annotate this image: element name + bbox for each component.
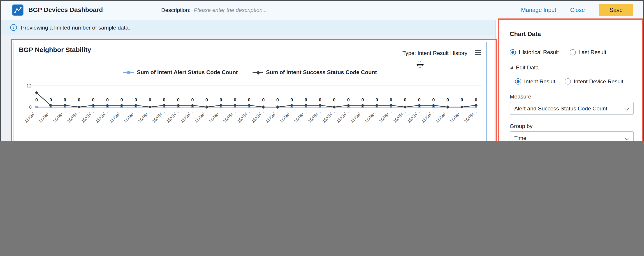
app-logo-icon xyxy=(12,4,24,15)
edit-data-label: Edit Data xyxy=(516,64,538,70)
svg-text:15/09/...: 15/09/... xyxy=(236,109,251,124)
svg-text:0: 0 xyxy=(205,97,208,102)
legend-diamond-marker-icon xyxy=(252,70,263,74)
svg-text:0: 0 xyxy=(234,97,236,102)
svg-text:0: 0 xyxy=(376,97,378,102)
svg-text:15/09/...: 15/09/... xyxy=(94,109,109,124)
chart-settings-panel: Chart Data Historical Result Last Result… xyxy=(495,19,644,141)
svg-text:15/09/...: 15/09/... xyxy=(378,109,392,124)
group-by-select[interactable]: Time xyxy=(510,131,634,141)
svg-text:0: 0 xyxy=(92,97,94,102)
svg-text:15/09/...: 15/09/... xyxy=(52,109,66,124)
svg-text:15/09/...: 15/09/... xyxy=(307,109,322,124)
svg-text:15/09/...: 15/09/... xyxy=(364,109,378,124)
svg-text:15/09/...: 15/09/... xyxy=(38,109,52,124)
svg-text:15/09/...: 15/09/... xyxy=(208,109,222,124)
description-input[interactable]: Please enter the description... xyxy=(194,7,267,13)
page-title: BGP Devices Dashboard xyxy=(28,6,103,13)
svg-text:0: 0 xyxy=(149,97,151,102)
svg-text:15/09/...: 15/09/... xyxy=(406,109,421,124)
manage-input-link[interactable]: Manage Input xyxy=(521,6,556,13)
svg-text:15/09/...: 15/09/... xyxy=(151,109,166,124)
edit-data-toggle[interactable]: Edit Data xyxy=(510,64,538,70)
svg-text:0: 0 xyxy=(432,97,435,102)
result-radio-group: Historical Result Last Result xyxy=(510,49,606,55)
svg-text:15/09/...: 15/09/... xyxy=(123,109,138,124)
legend-item-success[interactable]: Sum of Intent Success Status Code Count xyxy=(252,69,377,75)
svg-text:15/09/...: 15/09/... xyxy=(293,109,307,124)
svg-text:15/09/...: 15/09/... xyxy=(80,109,95,124)
data-source-radio-group: Intent Result Intent Device Result xyxy=(515,78,624,84)
measure-value: Alert and Success Status Code Count xyxy=(514,105,608,111)
intent-device-result-label: Intent Device Result xyxy=(574,78,623,84)
collapse-triangle-icon xyxy=(510,66,513,69)
svg-text:0: 0 xyxy=(276,97,279,102)
chevron-down-icon xyxy=(624,106,629,111)
legend-label: Sum of Intent Alert Status Code Count xyxy=(137,69,238,75)
svg-text:0: 0 xyxy=(390,97,392,102)
svg-text:15/09/...: 15/09/... xyxy=(180,109,194,124)
svg-text:15/09/...: 15/09/... xyxy=(265,109,279,124)
svg-text:15/09/...: 15/09/... xyxy=(109,109,123,124)
svg-text:15/09/...: 15/09/... xyxy=(166,109,180,124)
svg-text:0: 0 xyxy=(134,97,137,102)
svg-text:0: 0 xyxy=(262,97,265,102)
intent-result-radio[interactable] xyxy=(515,78,521,84)
intent-result-label: Intent Result xyxy=(524,78,555,84)
svg-text:0: 0 xyxy=(50,97,52,102)
svg-text:15/09/...: 15/09/... xyxy=(24,109,38,124)
svg-text:0: 0 xyxy=(106,97,109,102)
svg-text:0: 0 xyxy=(460,97,463,102)
svg-text:15/09/...: 15/09/... xyxy=(279,109,293,124)
svg-text:15/09/...: 15/09/... xyxy=(194,109,208,124)
svg-text:0: 0 xyxy=(319,97,321,102)
legend-label: Sum of Intent Success Status Code Count xyxy=(266,69,377,75)
svg-text:0: 0 xyxy=(248,97,250,102)
svg-text:0: 0 xyxy=(333,97,336,102)
legend-item-alert[interactable]: Sum of Intent Alert Status Code Count xyxy=(123,69,238,75)
preview-banner: i Previewing a limited number of sample … xyxy=(0,19,495,35)
svg-text:0: 0 xyxy=(220,97,222,102)
svg-text:15/09/...: 15/09/... xyxy=(66,109,80,124)
svg-text:15/09/...: 15/09/... xyxy=(435,109,449,124)
svg-text:15/09/...: 15/09/... xyxy=(420,109,435,124)
svg-text:0: 0 xyxy=(120,97,123,102)
svg-text:0: 0 xyxy=(29,104,32,110)
widget-menu-icon[interactable] xyxy=(475,50,481,55)
historical-result-radio[interactable] xyxy=(510,49,516,55)
svg-text:15/09/...: 15/09/... xyxy=(222,109,236,124)
svg-text:0: 0 xyxy=(418,97,420,102)
svg-text:15/09/...: 15/09/... xyxy=(321,109,336,124)
intent-device-result-radio[interactable] xyxy=(564,78,571,84)
widget-type-label: Type: Intent Result History xyxy=(402,50,467,56)
measure-label: Measure xyxy=(510,93,532,100)
stability-chart-svg: 1200000000000000000000000000000000015/09… xyxy=(16,79,484,133)
header-bar: BGP Devices Dashboard Description: Pleas… xyxy=(0,0,644,19)
group-by-value: Time xyxy=(514,135,526,141)
svg-text:0: 0 xyxy=(191,97,194,102)
dashboard-window: BGP Devices Dashboard Description: Pleas… xyxy=(0,0,644,141)
close-link[interactable]: Close xyxy=(570,6,585,13)
chart-legend: Sum of Intent Alert Status Code Count Su… xyxy=(14,69,486,75)
svg-text:0: 0 xyxy=(163,97,166,102)
svg-text:12: 12 xyxy=(26,83,32,88)
description-label: Description: xyxy=(161,7,190,13)
last-result-label: Last Result xyxy=(578,49,606,55)
chevron-down-icon xyxy=(624,135,629,140)
svg-text:15/09/...: 15/09/... xyxy=(250,109,265,124)
svg-text:0: 0 xyxy=(404,97,406,102)
widget-title: BGP Neighbor Stability xyxy=(19,46,91,54)
svg-text:0: 0 xyxy=(446,97,449,102)
svg-text:0: 0 xyxy=(290,97,293,102)
last-result-radio[interactable] xyxy=(570,49,576,55)
svg-text:0: 0 xyxy=(305,97,307,102)
chart-widget-card: BGP Neighbor Stability Type: Intent Resu… xyxy=(14,42,487,141)
save-button[interactable]: Save xyxy=(599,3,634,16)
svg-text:0: 0 xyxy=(347,97,350,102)
banner-text: Previewing a limited number of sample da… xyxy=(21,24,130,30)
measure-select[interactable]: Alert and Success Status Code Count xyxy=(510,102,634,115)
svg-text:15/09/...: 15/09/... xyxy=(137,109,152,124)
svg-text:0: 0 xyxy=(475,97,477,102)
svg-text:15/09/...: 15/09/... xyxy=(449,109,464,124)
svg-text:0: 0 xyxy=(78,97,80,102)
